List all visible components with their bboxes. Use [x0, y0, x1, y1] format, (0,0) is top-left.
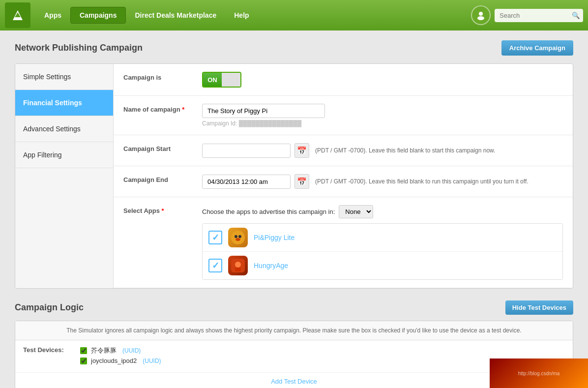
end-calendar-icon[interactable]: 📅 [294, 174, 309, 189]
choose-label: Choose the apps to advertise this campai… [202, 208, 335, 215]
toggle-on-label: ON [203, 73, 222, 87]
app-checkbox-1[interactable]: ✓ [208, 231, 222, 244]
sidebar-item-advanced[interactable]: Advanced Settings [15, 116, 113, 142]
select-apps-row: Select Apps * Choose the apps to adverti… [114, 197, 573, 288]
app-item-2: ✓ HungryAge [203, 252, 562, 279]
apps-dropdown[interactable]: None [339, 205, 373, 218]
check-icon-2: ✓ [212, 260, 219, 271]
test-device-1: 芥令豚豚 (UUID) [80, 346, 565, 355]
campaign-end-row: Campaign End 📅 (PDT / GMT -0700). Leave … [114, 166, 573, 197]
device-uuid-1[interactable]: (UUID) [122, 347, 141, 354]
svg-point-5 [235, 235, 237, 238]
campaign-toggle[interactable]: ON [202, 72, 241, 88]
logo-icon [10, 7, 26, 23]
main-panel: Simple Settings Financial Settings Advan… [15, 63, 573, 289]
campaign-is-label: Campaign is [123, 72, 202, 81]
sidebar: Simple Settings Financial Settings Advan… [15, 64, 114, 288]
app-icon-2 [228, 256, 248, 275]
check-icon-1: ✓ [212, 232, 219, 243]
app-item-1: ✓ Pi&Piggy Lite [203, 224, 562, 252]
campaign-start-control: 📅 (PDT / GMT -0700). Leave this field bl… [202, 143, 563, 158]
logo [5, 2, 30, 28]
campaign-start-label: Campaign Start [123, 143, 202, 152]
campaign-end-control: 📅 (PDT / GMT -0700). Leave this field bl… [202, 174, 563, 189]
svg-point-6 [238, 235, 241, 238]
device-uuid-2[interactable]: (UUID) [143, 358, 161, 364]
campaign-name-label: Name of campaign * [123, 104, 202, 113]
required-indicator: * [182, 106, 184, 113]
app-checkbox-2[interactable]: ✓ [208, 259, 222, 272]
start-date-wrap: 📅 (PDT / GMT -0700). Leave this field bl… [202, 143, 563, 158]
device-checkbox-1[interactable] [80, 347, 87, 354]
nav-items: Apps Campaigns Direct Deals Marketplace … [35, 7, 471, 24]
svg-point-7 [235, 238, 240, 241]
svg-point-2 [479, 12, 483, 16]
section-header: Network Publishing Campaign Archive Camp… [15, 40, 573, 56]
toggle-wrap: ON [202, 72, 563, 88]
campaign-start-row: Campaign Start 📅 (PDT / GMT -0700). Leav… [114, 135, 573, 166]
campaign-name-row: Name of campaign * Campaign Id: ████████… [114, 96, 573, 135]
simulator-notice: The Simulator ignores all campaign logic… [15, 321, 573, 340]
sidebar-item-financial[interactable]: Financial Settings [15, 90, 113, 116]
svg-point-9 [235, 262, 241, 268]
campaign-name-input[interactable] [202, 104, 325, 118]
campaign-start-input[interactable] [202, 144, 291, 158]
select-apps-required: * [162, 207, 164, 214]
svg-point-3 [477, 16, 484, 20]
device-name-2: joyclouds_ipod2 [91, 357, 137, 364]
campaign-end-label: Campaign End [123, 174, 202, 183]
archive-campaign-button[interactable]: Archive Campaign [501, 40, 573, 56]
app-name-2[interactable]: HungryAge [254, 262, 288, 269]
navbar-right: 🔍 [471, 5, 583, 25]
logic-title: Campaign Logic [15, 302, 84, 313]
end-date-wrap: 📅 (PDT / GMT -0700). Leave this field bl… [202, 174, 563, 189]
svg-rect-10 [235, 268, 241, 271]
apps-choose: Choose the apps to advertise this campai… [202, 205, 563, 218]
add-test-device-link[interactable]: Add Test Device [15, 372, 573, 388]
watermark-text: http://blog.csdn/ma [518, 371, 560, 376]
test-devices-row: Test Devices: 芥令豚豚 (UUID) joyclouds_ipod… [15, 340, 573, 372]
search-wrap: 🔍 [495, 9, 583, 22]
page-content: Network Publishing Campaign Archive Camp… [0, 30, 588, 388]
sidebar-item-simple[interactable]: Simple Settings [15, 64, 113, 90]
app-name-1[interactable]: Pi&Piggy Lite [254, 234, 294, 241]
campaign-id: Campaign Id: ███████████████ [202, 120, 563, 127]
nav-apps[interactable]: Apps [35, 7, 70, 23]
page-title: Network Publishing Campaign [15, 43, 143, 53]
campaign-is-row: Campaign is ON [114, 64, 573, 96]
nav-help[interactable]: Help [225, 7, 258, 23]
form-area: Campaign is ON Name of campaign * [114, 64, 573, 288]
select-apps-control: Choose the apps to advertise this campai… [202, 205, 563, 280]
user-avatar[interactable] [471, 5, 491, 25]
nav-campaigns[interactable]: Campaigns [70, 7, 126, 24]
device-name-1: 芥令豚豚 [91, 346, 117, 355]
select-apps-label: Select Apps * [123, 205, 202, 214]
start-calendar-icon[interactable]: 📅 [294, 143, 309, 158]
campaign-name-control: Campaign Id: ███████████████ [202, 104, 563, 127]
svg-point-4 [231, 231, 245, 244]
nav-direct-deals[interactable]: Direct Deals Marketplace [126, 7, 225, 23]
campaign-is-control: ON [202, 72, 563, 88]
sidebar-item-app-filtering[interactable]: App Filtering [15, 142, 113, 168]
app-icon-1 [228, 228, 248, 247]
start-date-hint: (PDT / GMT -0700). Leave this field blan… [315, 147, 563, 154]
end-date-hint: (PDT / GMT -0700). Leave this field blan… [315, 178, 563, 185]
test-devices-label: Test Devices: [23, 346, 72, 366]
search-input[interactable] [495, 9, 583, 22]
watermark: http://blog.csdn/ma [490, 358, 588, 388]
apps-list: ✓ Pi&Piggy Lite [202, 223, 563, 280]
search-icon[interactable]: 🔍 [572, 12, 580, 19]
hide-test-devices-button[interactable]: Hide Test Devices [505, 300, 573, 315]
device-checkbox-2[interactable] [80, 358, 87, 364]
navbar: Apps Campaigns Direct Deals Marketplace … [0, 0, 588, 30]
toggle-off-area [222, 73, 240, 87]
campaign-end-input[interactable] [202, 175, 291, 189]
logic-header: Campaign Logic Hide Test Devices [15, 300, 573, 315]
